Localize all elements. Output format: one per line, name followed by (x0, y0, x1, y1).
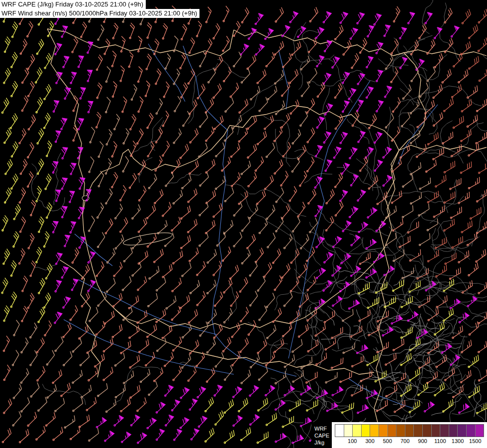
legend-color-cell (467, 425, 476, 437)
legend-tick: 900 (418, 438, 427, 444)
legend-tick: 1500 (469, 438, 481, 444)
legend-tick: 1100 (434, 438, 446, 444)
legend-color-cell (414, 425, 423, 437)
legend-color-cell (440, 425, 449, 437)
legend-model-label: WRF (314, 425, 329, 432)
legend-unit-label: J/kg (314, 439, 329, 446)
map-canvas (0, 0, 487, 448)
legend-color-cell (344, 425, 353, 437)
weather-map: WRF CAPE (J/kg) Friday 03-10-2025 21:00 … (0, 0, 487, 448)
legend-color-cell (370, 425, 379, 437)
legend-tick: 300 (365, 438, 374, 444)
legend-color-cells (335, 424, 484, 437)
legend-colorbar: 100300500700900110013001500 (332, 422, 487, 448)
legend-tick: 100 (348, 438, 357, 444)
legend-param-label: CAPE (314, 432, 329, 439)
legend-tick-labels: 100300500700900110013001500 (335, 438, 484, 446)
map-titles: WRF CAPE (J/kg) Friday 03-10-2025 21:00 … (0, 0, 199, 18)
legend-color-cell (335, 425, 344, 437)
legend-color-cell (379, 425, 388, 437)
legend-color-cell (353, 425, 362, 437)
legend-color-cell (362, 425, 371, 437)
legend-color-cell (432, 425, 441, 437)
legend-label-block: WRF CAPE J/kg (311, 422, 332, 448)
legend-tick: 700 (400, 438, 409, 444)
cape-legend: WRF CAPE J/kg 10030050070090011001300150… (311, 422, 487, 448)
legend-tick: 1300 (452, 438, 464, 444)
legend-tick: 500 (383, 438, 392, 444)
legend-color-cell (476, 425, 484, 437)
legend-color-cell (449, 425, 458, 437)
legend-color-cell (396, 425, 405, 437)
legend-color-cell (388, 425, 397, 437)
windshear-title: WRF Wind shear (m/s) 500/1000hPa Friday … (0, 9, 199, 18)
legend-color-cell (458, 425, 467, 437)
cape-title: WRF CAPE (J/kg) Friday 03-10-2025 21:00 … (0, 0, 146, 9)
legend-color-cell (423, 425, 432, 437)
legend-color-cell (405, 425, 414, 437)
